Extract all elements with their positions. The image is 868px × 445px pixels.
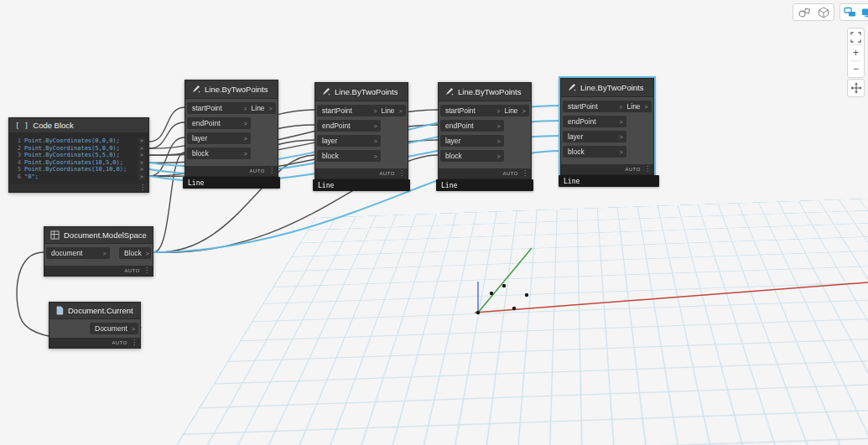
node-document-modelspace[interactable]: Document.ModelSpace Block> document> AUT… [44,226,153,277]
input-port-startpoint[interactable]: startPoint> [317,105,381,116]
input-port-endpoint[interactable]: endPoint> [317,120,381,132]
port-label: startPoint [445,106,476,115]
node-line-bytwopoints-3[interactable]: Line.ByTwoPoints Line> startPoint> endPo… [438,82,532,179]
node-header[interactable]: Line.ByTwoPoints [561,79,653,97]
output-port-line[interactable]: Line> [247,102,276,114]
node-line-bytwopoints-2[interactable]: Line.ByTwoPoints Line> startPoint> endPo… [314,82,408,179]
port-label: layer [322,137,337,145]
dynamo-workspace-canvas[interactable]: [ ] Code Block 1Point.ByCoordinates(0,0,… [0,0,868,445]
node-body: Block> document> [44,244,153,266]
port-arrow-icon: > [522,107,526,115]
node-menu-icon[interactable]: ⋮ [131,339,138,346]
pan-button[interactable] [850,82,862,94]
input-port-startpoint[interactable]: startPoint> [563,101,626,112]
code-block-header[interactable]: [ ] Code Block [9,118,148,133]
output-port-arrow-icon[interactable]: > [138,173,145,180]
geometry-preview-icon[interactable] [798,7,811,18]
output-port-arrow-icon[interactable]: > [138,159,145,166]
output-port-line[interactable]: Line> [622,101,652,112]
output-port-line[interactable]: Line> [500,105,529,116]
port-label: layer [445,137,460,145]
port-label: block [445,152,462,160]
node-title: Code Block [33,121,74,130]
output-port-arrow-icon[interactable]: > [138,166,145,173]
input-port-block[interactable]: block> [563,146,626,158]
node-line-bytwopoints-4-selected[interactable]: Line.ByTwoPoints Line> startPoint> endPo… [560,78,654,175]
port-arrow-icon: > [374,137,377,145]
node-document-current[interactable]: Document.Current Document> AUTO ⋮ [49,302,141,349]
preview-bubble[interactable]: Line [559,175,659,187]
pen-icon [444,87,454,96]
node-title: Line.ByTwoPoints [458,87,522,96]
input-port-document[interactable]: document> [46,247,110,259]
zoom-out-button[interactable]: − [848,61,864,76]
lacing-label[interactable]: AUTO [112,340,127,345]
node-footer: ⋮ [9,184,148,192]
preview-value: Line [318,182,334,189]
node-body: Line> startPoint> endPoint> layer> block… [185,99,278,166]
node-header[interactable]: Line.ByTwoPoints [315,83,408,101]
split-view-icon[interactable] [844,7,856,18]
output-port-arrow-icon[interactable]: > [138,145,145,152]
code-line: 5Point.ByCoordinates(10,10,0);> [13,166,145,173]
node-header[interactable]: Line.ByTwoPoints [185,80,278,99]
graph-view-icon[interactable] [861,8,868,18]
input-port-layer[interactable]: layer> [563,131,626,142]
node-wires[interactable] [0,0,868,445]
lacing-label[interactable]: AUTO [249,168,265,173]
node-menu-icon[interactable]: ⋮ [522,170,528,177]
port-arrow-icon: > [244,120,247,127]
node-menu-icon[interactable]: ⋮ [268,168,275,174]
zoom-in-button[interactable]: + [848,45,864,60]
output-port-block[interactable]: Block> [119,247,151,259]
wire [153,153,185,252]
node-menu-icon[interactable]: ⋮ [398,170,405,177]
node-menu-icon[interactable]: ⋮ [139,184,146,191]
port-arrow-icon: > [132,325,135,333]
node-code-block[interactable]: [ ] Code Block 1Point.ByCoordinates(0,0,… [8,117,149,193]
input-port-block[interactable]: block> [187,147,251,159]
preview-bubble[interactable]: Line [436,179,533,191]
code-editor[interactable]: 1Point.ByCoordinates(0,0,0);> 2Point.ByC… [9,133,148,184]
lacing-label[interactable]: AUTO [502,171,518,176]
output-port-line[interactable]: Line> [377,105,406,116]
preview-value: Line [564,178,580,185]
code-line: 6"0";> [13,173,145,181]
preview-bubble[interactable]: Line [313,179,410,191]
pen-icon [191,85,200,94]
input-port-layer[interactable]: layer> [317,135,381,147]
input-port-block[interactable]: block> [317,150,381,162]
fit-view-button[interactable] [848,29,864,44]
port-label: endPoint [445,122,474,130]
node-line-bytwopoints-1[interactable]: Line.ByTwoPoints Line> startPoint> endPo… [185,80,278,177]
input-port-startpoint[interactable]: startPoint> [440,105,504,116]
output-port-arrow-icon[interactable]: > [138,152,145,158]
output-port-document[interactable]: Document> [90,323,138,334]
input-port-endpoint[interactable]: endPoint> [187,117,251,129]
node-header[interactable]: Document.Current [49,303,140,319]
input-port-block[interactable]: block> [440,150,504,162]
pen-icon [567,83,576,92]
input-port-layer[interactable]: layer> [187,132,251,144]
input-port-startpoint[interactable]: startPoint> [187,102,251,114]
port-arrow-icon: > [103,250,107,257]
port-arrow-icon: > [269,105,273,112]
zoom-toolbar: + − [847,28,865,78]
node-header[interactable]: Line.ByTwoPoints [439,83,531,101]
output-port-arrow-icon[interactable]: > [138,137,145,144]
input-port-endpoint[interactable]: endPoint> [440,120,504,132]
node-menu-icon[interactable]: ⋮ [143,267,150,274]
input-port-layer[interactable]: layer> [440,135,504,147]
port-label: Document [95,324,127,333]
lacing-label[interactable]: AUTO [124,268,140,273]
node-header[interactable]: Document.ModelSpace [44,227,153,244]
orbit-cube-icon[interactable] [818,7,829,18]
preview-bubble[interactable]: Line [183,177,280,189]
port-label: block [322,152,339,160]
port-arrow-icon: > [497,153,501,160]
lacing-label[interactable]: AUTO [625,167,641,172]
input-port-endpoint[interactable]: endPoint> [563,116,626,127]
node-menu-icon[interactable]: ⋮ [644,166,651,173]
line-number: 4 [13,159,21,166]
lacing-label[interactable]: AUTO [379,171,395,176]
